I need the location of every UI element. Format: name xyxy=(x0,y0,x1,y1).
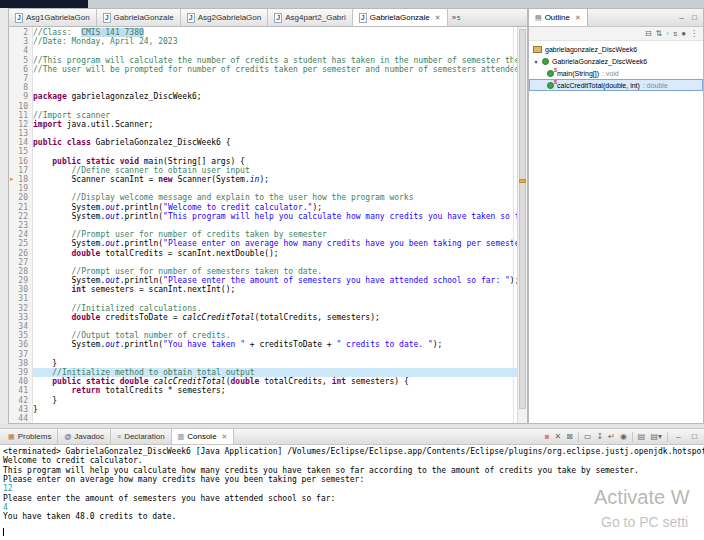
maximize-icon[interactable]: □ xyxy=(689,431,700,442)
code-editor[interactable]: //Class: CMIS 141 7380//Date: Monday, Ap… xyxy=(33,27,517,423)
code-line[interactable]: System.out.println("This program will he… xyxy=(33,212,517,221)
code-line[interactable]: //Define scanner to obtain user input xyxy=(33,166,517,175)
hide-non-public-icon[interactable]: ● xyxy=(681,29,686,39)
sort-icon[interactable]: ⇅ xyxy=(656,29,663,39)
minimize-icon[interactable]: – xyxy=(673,431,684,442)
editor-tab-asg2[interactable]: J Asg2GabrielaGon xyxy=(181,9,269,26)
code-line[interactable]: System.out.println("Please enter the amo… xyxy=(33,276,517,285)
close-icon[interactable]: ✕ xyxy=(222,433,228,441)
code-line[interactable]: System.out.println("Please enter on aver… xyxy=(33,239,517,248)
code-line[interactable]: public class GabrielaGonzalez_DiscWeek6 … xyxy=(33,138,517,147)
maximize-icon[interactable]: □ xyxy=(689,12,700,23)
code-line[interactable] xyxy=(33,102,517,111)
editor-area: J Asg1GabrielaGon J GabrielaGonzale J As… xyxy=(8,8,528,424)
code-line[interactable]: //Prompt user for number of credits take… xyxy=(33,230,517,239)
code-line[interactable]: //Prompt user for number of semesters ta… xyxy=(33,267,517,276)
tab-declaration[interactable]: ≡ Declaration xyxy=(111,429,172,444)
word-wrap-icon[interactable]: ↵ xyxy=(608,431,615,443)
code-line[interactable] xyxy=(33,294,517,303)
editor-body: ▸ 23456789101112131415161718192021222324… xyxy=(9,27,527,423)
code-line[interactable]: //Import scanner xyxy=(33,111,517,120)
tab-problems[interactable]: ▦ Problems xyxy=(2,429,58,444)
code-token: int xyxy=(332,377,346,386)
code-line[interactable] xyxy=(33,322,517,331)
code-line[interactable]: package gabrielagonzalez_DiscWeek6; xyxy=(33,92,517,101)
outline-item-package[interactable]: gabrielagonzalez_DiscWeek6 xyxy=(529,43,703,55)
code-line[interactable]: public static void main(String[] args) { xyxy=(33,157,517,166)
code-line[interactable] xyxy=(33,129,517,138)
line-number: 37 xyxy=(9,350,28,359)
scroll-lock-icon[interactable]: ↧ xyxy=(596,431,603,443)
view-menu-icon[interactable]: ⋮ xyxy=(690,29,698,39)
collapse-all-icon[interactable]: ⊟ xyxy=(645,29,652,39)
editor-tab-overflow-chevron[interactable]: » 5 xyxy=(448,9,465,26)
line-number: 21 xyxy=(9,203,28,212)
hide-static-members-icon[interactable]: s xyxy=(673,29,677,39)
line-number: 42 xyxy=(9,396,28,405)
code-line[interactable]: } xyxy=(33,396,517,405)
line-number: 41 xyxy=(9,386,28,395)
code-token: //The user will be prompted for number o… xyxy=(33,65,517,74)
outline-toolbar: ⊟ ⇅ ◦ s ● ⋮ xyxy=(529,27,703,41)
expander-icon[interactable]: ▾ xyxy=(533,58,539,65)
code-line[interactable]: //Date: Monday, April 24, 2023 xyxy=(33,37,517,46)
code-line[interactable]: //Output total number of credits. xyxy=(33,331,517,340)
tab-label: Javadoc xyxy=(74,432,104,441)
editor-tab-gabriela1[interactable]: J GabrielaGonzale xyxy=(97,9,181,26)
code-line[interactable] xyxy=(33,74,517,83)
close-icon[interactable]: ✕ xyxy=(435,14,441,22)
overview-ruler[interactable] xyxy=(517,27,527,423)
scrollbar-thumb[interactable] xyxy=(519,29,526,409)
code-line[interactable]: //Class: CMIS 141 7380 xyxy=(33,28,517,37)
code-line[interactable]: public static double calcCreditTotal(dou… xyxy=(33,377,517,386)
open-console-icon[interactable]: ▤▾ xyxy=(650,431,662,443)
code-line[interactable]: double creditsToDate = calcCreditTotal(t… xyxy=(33,313,517,322)
editor-tab-gabriela-active[interactable]: J GabrielaGonzale ✕ xyxy=(353,9,448,26)
code-line[interactable]: //The user will be prompted for number o… xyxy=(33,65,517,74)
code-line[interactable] xyxy=(33,184,517,193)
outline-item-main-method[interactable]: S main(String[]) : void xyxy=(529,67,703,79)
code-line[interactable]: import java.util.Scanner; xyxy=(33,120,517,129)
code-token: return xyxy=(72,386,101,395)
code-line[interactable]: //This program will calculate the number… xyxy=(33,56,517,65)
pin-console-icon[interactable]: ◉ xyxy=(620,431,627,443)
outline-item-class[interactable]: ▾ GabrielaGonzalez_DiscWeek6 xyxy=(529,55,703,67)
code-line[interactable]: //Display welcome message and explain to… xyxy=(33,193,517,202)
code-line[interactable] xyxy=(33,350,517,359)
close-icon[interactable]: ✕ xyxy=(575,14,581,22)
clear-console-icon[interactable]: ▭ xyxy=(584,431,592,443)
line-number: 33 xyxy=(9,313,28,322)
editor-tab-asg4part2[interactable]: J Asg4part2_Gabri xyxy=(268,9,352,26)
editor-tab-asg1[interactable]: J Asg1GabrielaGon xyxy=(9,9,97,26)
code-line[interactable]: double totalCredits = scanInt.nextDouble… xyxy=(33,249,517,258)
outline-tab[interactable]: ▤ Outline ✕ xyxy=(529,9,588,26)
code-line[interactable]: } xyxy=(33,405,517,414)
minimize-icon[interactable]: – xyxy=(676,12,687,23)
tab-javadoc[interactable]: @ Javadoc xyxy=(58,429,111,444)
hide-fields-icon[interactable]: ◦ xyxy=(666,29,669,39)
code-line[interactable]: return totalCredits * semesters; xyxy=(33,386,517,395)
remove-launch-icon[interactable]: ✕ xyxy=(555,431,562,443)
outline-item-calccredittotal-method[interactable]: S calcCreditTotal(double, int) : double xyxy=(529,79,703,91)
terminate-icon[interactable]: ■ xyxy=(545,431,550,443)
code-line[interactable]: Scanner scanInt = new Scanner(System.in)… xyxy=(33,175,517,184)
code-line[interactable] xyxy=(33,147,517,156)
occurrence-marker[interactable] xyxy=(519,179,526,183)
code-line[interactable] xyxy=(33,258,517,267)
code-line[interactable]: int semesters = scanInt.nextInt(); xyxy=(33,285,517,294)
console-output[interactable]: <terminated> GabrielaGonzalez_DiscWeek6 … xyxy=(0,445,704,538)
tab-console[interactable]: ▥ Console ✕ xyxy=(172,429,235,444)
code-line[interactable] xyxy=(33,414,517,423)
code-line[interactable]: } xyxy=(33,359,517,368)
code-line[interactable]: //Initialize method to obtain total outp… xyxy=(33,368,517,377)
code-token: Scanner scanInt = xyxy=(33,175,158,184)
code-line[interactable] xyxy=(33,221,517,230)
code-line[interactable] xyxy=(33,46,517,55)
remove-all-launches-icon[interactable]: ⊠ xyxy=(566,431,573,443)
line-number: 12 xyxy=(9,120,28,129)
code-line[interactable]: //Initialized calculations. xyxy=(33,304,517,313)
code-line[interactable]: System.out.println("You have taken " + c… xyxy=(33,340,517,349)
display-selected-console-icon[interactable]: ▤ xyxy=(638,431,646,443)
code-line[interactable] xyxy=(33,83,517,92)
code-line[interactable]: System.out.println("Welcome to credit ca… xyxy=(33,203,517,212)
